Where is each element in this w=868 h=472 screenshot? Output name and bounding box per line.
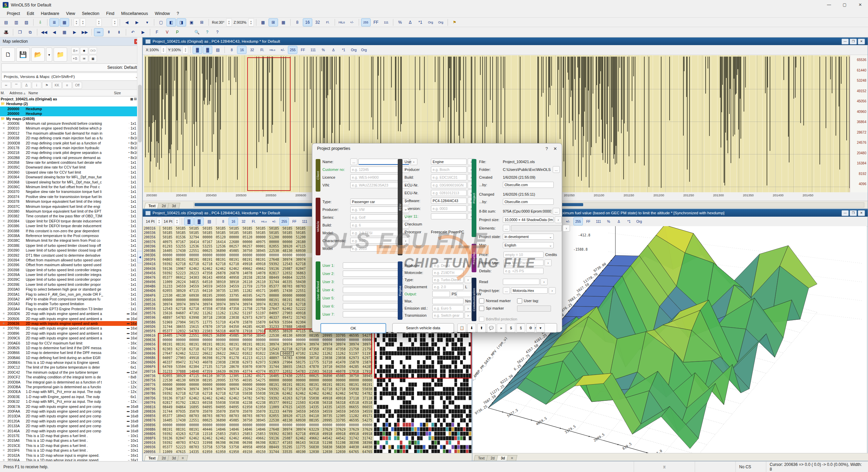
hex-row-2007F6[interactable]: 2007F60281701792138236015855038550384223… <box>143 400 373 405</box>
view-111-button[interactable]: 111 <box>308 46 318 54</box>
field-input[interactable]: e.g. Map Pack <box>504 260 544 266</box>
graph-window-titlebar[interactable]: Project_100421.ols (Original) as , PC4-1… <box>143 38 868 45</box>
field-dropdown[interactable]: English⌄ <box>503 242 554 248</box>
field-input[interactable] <box>343 287 404 293</box>
map-row-20037C-22[interactable]: ✳20037CMinimum torque equivalent fuel li… <box>0 204 142 209</box>
map-row-200012-7[interactable]: ✳200012The maximum allowable fuel demand… <box>0 131 142 136</box>
map-row-2002B8-12[interactable]: ✳2002B82D map defining crank rail pressu… <box>0 155 142 160</box>
spinner-1[interactable]: ▲▼ <box>74 18 79 26</box>
flag-f-icon[interactable]: F <box>152 28 162 36</box>
font-size-2-spinner[interactable]: ▲▼ <box>174 217 180 225</box>
column-header-m[interactable]: M. <box>0 91 9 95</box>
map-row-200380-23[interactable]: ✳200380Maximum torque equivalent fuel li… <box>0 209 142 214</box>
user-tag[interactable]: User tag: <box>517 297 539 304</box>
map-row-2015F6-72[interactable]: ✳2015F6This is a 1D map that gives a fue… <box>0 448 142 453</box>
hex-row-200796[interactable]: 2007962764830974309743097430974309742329… <box>143 387 373 391</box>
map-row-20162A-73[interactable]: ✳20162AThis is a 1D map whose input is e… <box>0 453 142 458</box>
view--button[interactable]: % <box>318 46 328 54</box>
field-input[interactable] <box>343 295 404 301</box>
view-FF-button[interactable]: FF <box>584 217 593 225</box>
map-row-200364-16[interactable]: ✳200364Downward slewing factor for MFL_D… <box>0 175 142 179</box>
view-16-button[interactable]: 16 <box>237 46 246 54</box>
field-input[interactable]: e.g. 6 <box>350 222 401 228</box>
map-row-200398-35[interactable]: ✳200398Upper limit of turbo speed limit … <box>0 268 142 272</box>
window-hex-icon[interactable]: ◨ <box>177 18 186 26</box>
map-row-20039C-37[interactable]: ✳20039CUpper limit of turbo speed limit … <box>0 277 142 282</box>
add-version-button[interactable]: 🗋+ <box>71 47 79 54</box>
map-row-200370-19[interactable]: ✳200370Negative slew rate for transmissi… <box>0 189 142 194</box>
view-Fl-button[interactable]: Fl. <box>249 217 258 225</box>
map-row-200B26-51[interactable]: ✳200B261D map to determine fuel limit if… <box>0 346 142 350</box>
width-16-button[interactable]: 16 <box>303 18 312 26</box>
x-zoom-spinner[interactable]: ▲▼ <box>161 46 166 54</box>
user-tag-input[interactable] <box>517 306 551 312</box>
view-Fl-button[interactable]: Fl. <box>257 46 267 54</box>
map-row-200000-2[interactable]: 200000Hexdump <box>0 106 142 111</box>
tree-scroll-thumb[interactable] <box>138 85 142 142</box>
percent-button[interactable]: % <box>395 18 405 26</box>
map-row-2003D6-44[interactable]: ✳2003D62D map with inputs engine speed a… <box>0 311 142 316</box>
view-8-button[interactable]: 8 <box>218 217 228 225</box>
filter-button-6[interactable]: ≡ <box>62 82 72 89</box>
hex-row-200736[interactable]: 2007360205538920471150411030735123051128… <box>143 374 373 378</box>
menu-view[interactable]: View <box>63 10 79 17</box>
expand-button[interactable]: › <box>545 259 552 266</box>
view-32-button[interactable]: 32 <box>239 217 248 225</box>
hex-row-200776[interactable]: 2007760000000000000000000000000000000000… <box>143 382 373 387</box>
spi-marker-checkbox[interactable] <box>479 306 484 311</box>
hex-row-2006D6[interactable]: 2006D64633709472317434607823038230386297… <box>143 360 373 365</box>
new-project-button[interactable]: 🗋 <box>1 47 15 62</box>
plot3d-tab-=[interactable]: = <box>507 455 517 461</box>
map-row-200392-32[interactable]: ✳200392DT1 filter constant used to deter… <box>0 253 142 258</box>
expand-button[interactable]: › <box>555 216 562 223</box>
map-row-2015A6-70[interactable]: ✳2015A6This is a 1D map that gives a fue… <box>0 438 142 443</box>
map-row-2003A0-39[interactable]: 2003A0Flag to select between high gear o… <box>0 287 142 292</box>
map-row-200390-31[interactable]: ✳200390Lower limit of turbo speed limite… <box>0 248 142 253</box>
group-row-1[interactable]: 📁Hexdump (2) <box>0 101 142 106</box>
graph-wave2-icon[interactable]: ▓ <box>194 217 204 225</box>
hex-row-200816[interactable]: 2008160844904864168950409504095040956195… <box>143 405 373 409</box>
map-row-20036C-18[interactable]: ✳20036CMinimum limit for the fuel offset… <box>0 184 142 189</box>
map-row-200636-46[interactable]: ✳2006362D map with inputs engine speed a… <box>0 321 142 326</box>
field-input[interactable]: Olsecufile.com <box>503 182 554 188</box>
menu-hardware[interactable]: Hardware <box>37 10 62 17</box>
graph-tab-3d[interactable]: 3d <box>167 203 180 209</box>
table-icon[interactable]: ▦ <box>279 18 288 26</box>
field-input[interactable] <box>343 279 404 285</box>
factor-button[interactable]: *1 <box>416 18 425 26</box>
hex-row-200656[interactable]: 2006560819108191081910819108191081910819… <box>143 342 373 347</box>
map-row-2003A2-41[interactable]: 2003A2APV to enable Post compressor temp… <box>0 297 142 301</box>
field-input[interactable]: e.g. 0003 <box>431 205 467 212</box>
mail-button[interactable]: ✉ <box>80 55 88 62</box>
comment-icon[interactable]: 💬 <box>487 323 496 332</box>
map-row-200C12-55[interactable]: ✳200C12The limit of the pre turbine temp… <box>0 365 142 370</box>
field-input[interactable]: e.g. 2.0 TFSI <box>350 230 401 236</box>
browse-button[interactable]: ... <box>553 208 560 215</box>
map-row-2003A3-42[interactable]: 2003A3Flag to enable Turbo speed limitat… <box>0 301 142 306</box>
map-row-200506-45[interactable]: ✳2005062D map with inputs engine speed a… <box>0 316 142 321</box>
graph-restore-button[interactable]: ❐ <box>850 39 857 44</box>
open-project-button[interactable]: 📂 <box>31 47 45 62</box>
map-row-200010-6[interactable]: ✳200010Minimum engine speed threshold be… <box>0 126 142 131</box>
hex-row-200876[interactable]: 2008761640517430225510002536890450853075… <box>143 418 373 422</box>
browse-button[interactable]: ... <box>503 287 510 294</box>
hex-row-200916[interactable]: 2009165939240703074233199806398063980639… <box>143 440 373 445</box>
selection-icon[interactable]: ▩ <box>258 18 268 26</box>
project-row[interactable]: Project_100421.ols (Original) as▦ ☒ <box>0 97 142 101</box>
zoom-spinner[interactable]: ▲▼ <box>248 18 254 26</box>
graph-grid-icon[interactable]: ▤ <box>213 46 222 54</box>
hex-row-2008D6[interactable]: 2008D65939243263627181151825853258532585… <box>143 432 373 436</box>
map-row-200BE6-54[interactable]: ✳200BE6This is a 1D map whose input is E… <box>0 360 142 365</box>
map-row-200382-24[interactable]: ✳200382Time constant of the low pass fil… <box>0 214 142 218</box>
graph-wave2-icon[interactable]: ▓ <box>203 46 212 54</box>
hilo-button[interactable]: HiLo <box>337 18 347 26</box>
field-input[interactable] <box>431 213 467 219</box>
map-row-200AE6-50[interactable]: ✳200AE61D map for CCV maximum fuel limit… <box>0 341 142 346</box>
view-1-button[interactable]: *1 <box>339 46 348 54</box>
map-row-20157E-69[interactable]: ✳20157EThis is a 1D map that gives a fue… <box>0 433 142 438</box>
menu-edit[interactable]: Edit <box>23 10 38 17</box>
import-damos-icon[interactable]: ▥ <box>12 18 21 26</box>
magic-hat-icon[interactable]: 🎩 <box>1 28 11 36</box>
window-compare-icon[interactable]: ⧉ <box>25 28 35 36</box>
map-row-200384-25[interactable]: ✳200384Upper limit for DEFOI torque dera… <box>0 219 142 223</box>
